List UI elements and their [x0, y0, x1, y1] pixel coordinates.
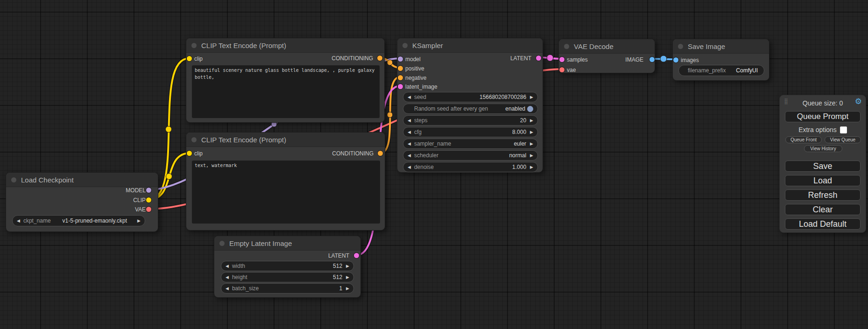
output-slot-latent[interactable] [354, 253, 359, 258]
input-slot-positive[interactable] [398, 66, 403, 71]
node-load-checkpoint[interactable]: Load Checkpoint MODEL CLIP VAE ◀ ckpt_na… [6, 172, 158, 232]
node-vae-decode[interactable]: VAE Decode samples vae IMAGE [558, 39, 655, 73]
widget-value: 1.000 [512, 164, 526, 170]
node-clip-text-encode-negative[interactable]: CLIP Text Encode (Prompt) clip CONDITION… [186, 132, 385, 231]
widget-scheduler[interactable]: ◀ scheduler normal ▶ [403, 150, 538, 161]
input-slot-model[interactable] [398, 56, 403, 62]
widget-label: scheduler [414, 152, 438, 159]
increment-arrow-icon[interactable]: ▶ [137, 219, 141, 223]
load-button[interactable]: Load [785, 175, 861, 186]
decrement-arrow-icon[interactable]: ◀ [408, 119, 411, 123]
decrement-arrow-icon[interactable]: ◀ [408, 130, 411, 134]
node-title-bar[interactable]: VAE Decode [559, 39, 655, 54]
widget-denoise[interactable]: ◀ denoise 1.000 ▶ [403, 162, 538, 172]
queue-panel[interactable]: ⣿ Queue size: 0 ⚙ Queue Prompt Extra opt… [779, 95, 866, 233]
output-slot-label: LATENT [328, 252, 349, 259]
increment-arrow-icon[interactable]: ▶ [530, 154, 533, 158]
widget-label: height [232, 274, 247, 280]
output-slot-clip[interactable] [146, 197, 151, 203]
node-title-bar[interactable]: Empty Latent Image [214, 236, 360, 251]
decrement-arrow-icon[interactable]: ◀ [408, 95, 411, 99]
decrement-arrow-icon[interactable]: ◀ [17, 219, 20, 223]
widget-batch-size[interactable]: ◀ batch_size 1 ▶ [221, 283, 354, 294]
widget-label: cfg [414, 129, 422, 135]
node-title-bar[interactable]: CLIP Text Encode (Prompt) [186, 38, 384, 53]
collapse-dot-icon[interactable] [402, 43, 408, 48]
node-graph-canvas[interactable]: CLIP Text Encode (Prompt) clip CONDITION… [0, 0, 868, 329]
input-slot-clip[interactable] [187, 151, 192, 156]
output-slot-latent[interactable] [536, 56, 541, 61]
increment-arrow-icon[interactable]: ▶ [530, 119, 533, 123]
link-dot [166, 174, 172, 180]
increment-arrow-icon[interactable]: ▶ [530, 165, 533, 169]
output-slot-vae[interactable] [146, 207, 151, 212]
load-default-button[interactable]: Load Default [785, 218, 861, 230]
input-slot-images[interactable] [673, 57, 678, 63]
output-slot-image[interactable] [649, 57, 655, 62]
widget-height[interactable]: ◀ height 512 ▶ [221, 272, 354, 282]
increment-arrow-icon[interactable]: ▶ [346, 264, 349, 268]
widget-filename-prefix[interactable]: filename_prefix ComfyUI [678, 65, 764, 76]
decrement-arrow-icon[interactable]: ◀ [226, 287, 229, 291]
save-button[interactable]: Save [785, 161, 861, 172]
widget-ckpt-name[interactable]: ◀ ckpt_name v1-5-pruned-emaonly.ckpt ▶ [12, 215, 145, 226]
increment-arrow-icon[interactable]: ▶ [530, 95, 533, 99]
node-title-bar[interactable]: KSampler [397, 38, 543, 53]
widget-label: Random seed after every gen [414, 105, 488, 112]
refresh-button[interactable]: Refresh [785, 189, 861, 201]
increment-arrow-icon[interactable]: ▶ [530, 130, 533, 134]
input-slot-clip[interactable] [187, 56, 192, 61]
output-slot-model[interactable] [146, 188, 151, 193]
input-slot-negative[interactable] [398, 75, 403, 80]
collapse-dot-icon[interactable] [678, 44, 683, 49]
output-slot-conditioning[interactable] [377, 56, 382, 61]
collapse-dot-icon[interactable] [564, 44, 569, 49]
node-clip-text-encode-positive[interactable]: CLIP Text Encode (Prompt) clip CONDITION… [186, 38, 385, 123]
decrement-arrow-icon[interactable]: ◀ [408, 165, 411, 169]
input-slot-samples[interactable] [559, 57, 565, 62]
collapse-dot-icon[interactable] [219, 241, 225, 246]
input-slot-latent-image[interactable] [398, 84, 403, 89]
settings-gear-icon[interactable]: ⚙ [855, 98, 862, 105]
widget-steps[interactable]: ◀ steps 20 ▶ [403, 115, 538, 126]
decrement-arrow-icon[interactable]: ◀ [408, 142, 411, 146]
queue-panel-header: ⣿ Queue size: 0 ⚙ [780, 95, 866, 109]
clear-button[interactable]: Clear [785, 204, 861, 215]
input-slot-vae[interactable] [559, 67, 565, 72]
decrement-arrow-icon[interactable]: ◀ [226, 275, 229, 280]
collapse-dot-icon[interactable] [11, 177, 16, 182]
node-ksampler[interactable]: KSampler model positive negative latent_… [397, 38, 543, 173]
decrement-arrow-icon[interactable]: ◀ [408, 154, 411, 158]
node-title-bar[interactable]: Load Checkpoint [6, 173, 158, 187]
collapse-dot-icon[interactable] [191, 43, 197, 48]
queue-prompt-button[interactable]: Queue Prompt [785, 111, 861, 122]
view-queue-button[interactable]: View Queue [825, 136, 861, 143]
prompt-textarea[interactable]: text, watermark [192, 161, 380, 224]
increment-arrow-icon[interactable]: ▶ [530, 142, 533, 146]
extra-options-checkbox[interactable] [840, 126, 847, 133]
node-title-bar[interactable]: CLIP Text Encode (Prompt) [186, 133, 385, 147]
node-empty-latent-image[interactable]: Empty Latent Image LATENT ◀ width 512 ▶ … [214, 236, 361, 298]
output-slot-conditioning[interactable] [378, 151, 383, 156]
widget-sampler-name[interactable]: ◀ sampler_name euler ▶ [403, 139, 538, 149]
widget-width[interactable]: ◀ width 512 ▶ [221, 261, 354, 271]
queue-size-label: Queue size: 0 [780, 99, 866, 107]
widget-cfg[interactable]: ◀ cfg 8.000 ▶ [403, 127, 538, 137]
view-history-button[interactable]: View History [804, 145, 842, 152]
widget-random-seed-toggle[interactable]: Random seed after every gen enabled [403, 104, 538, 114]
prompt-textarea[interactable]: beautiful scenery nature glass bottle la… [192, 65, 380, 118]
node-title-bar[interactable]: Save Image [673, 39, 769, 54]
node-save-image[interactable]: Save Image images filename_prefix ComfyU… [672, 39, 769, 81]
node-title: VAE Decode [574, 42, 614, 50]
link-dot [660, 56, 667, 62]
increment-arrow-icon[interactable]: ▶ [346, 287, 349, 291]
output-slot-label: IMAGE [625, 56, 643, 63]
toggle-dot-icon[interactable] [527, 106, 533, 112]
queue-front-button[interactable]: Queue Front [785, 136, 822, 143]
input-slot-label: negative [405, 74, 426, 82]
decrement-arrow-icon[interactable]: ◀ [226, 264, 229, 268]
collapse-dot-icon[interactable] [191, 137, 197, 142]
increment-arrow-icon[interactable]: ▶ [346, 275, 349, 280]
output-slot-label: CONDITIONING [332, 55, 373, 62]
widget-seed[interactable]: ◀ seed 156680208700286 ▶ [403, 92, 538, 102]
